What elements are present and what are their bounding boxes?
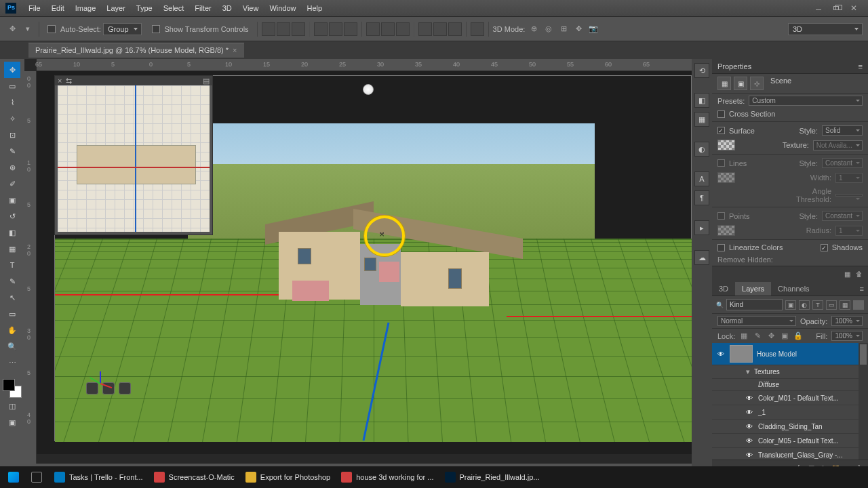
- filter-toggle[interactable]: [853, 300, 864, 310]
- auto-align[interactable]: [471, 22, 484, 36]
- 3d-axis-gizmo[interactable]: [94, 363, 121, 390]
- menu-window[interactable]: Window: [264, 2, 301, 14]
- clone-tool[interactable]: ▣: [4, 192, 20, 208]
- dist-left[interactable]: [418, 22, 432, 36]
- channels-tab[interactable]: Channels: [771, 282, 816, 296]
- menu-help[interactable]: Help: [302, 2, 328, 14]
- eraser-tool[interactable]: ◧: [4, 224, 20, 241]
- filter-type[interactable]: T: [812, 300, 823, 310]
- eyedropper-tool[interactable]: ✎: [4, 143, 20, 159]
- properties-menu[interactable]: ≡: [859, 62, 863, 70]
- prop-mesh-icon[interactable]: ▣: [734, 77, 747, 90]
- layer-color-m05-default-text-[interactable]: Color_M05 - Default Text...: [712, 434, 868, 448]
- dist-top[interactable]: [366, 22, 380, 36]
- layer-filter-kind[interactable]: Kind: [726, 299, 783, 310]
- edit-toolbar[interactable]: ⋯: [4, 354, 20, 371]
- menu-type[interactable]: Type: [131, 2, 158, 14]
- layers-tab[interactable]: Layers: [735, 282, 771, 296]
- dist-vcenter[interactable]: [381, 22, 395, 36]
- quick-mask[interactable]: ◫: [4, 398, 20, 414]
- surface-color-swatch[interactable]: [717, 140, 735, 150]
- magic-wand-tool[interactable]: ✧: [4, 110, 20, 127]
- render-icon[interactable]: ▦: [844, 270, 850, 278]
- prop-scene-icon[interactable]: ▦: [717, 77, 731, 90]
- secondary-view-menu[interactable]: ▤: [203, 77, 210, 85]
- lasso-tool[interactable]: ⌇: [4, 94, 20, 110]
- move-tool[interactable]: ✥: [4, 62, 20, 78]
- 3d-tab[interactable]: 3D: [712, 282, 735, 296]
- dist-right[interactable]: [448, 22, 462, 36]
- dist-bottom[interactable]: [396, 22, 410, 36]
- brush-tool[interactable]: ✐: [4, 176, 20, 192]
- filter-shape[interactable]: ▭: [826, 300, 837, 310]
- align-vcenter[interactable]: [329, 22, 342, 36]
- align-top[interactable]: [314, 22, 328, 36]
- layer-translucent-glass-gray-[interactable]: Translucent_Glass_Gray -...: [712, 448, 868, 460]
- lines-width[interactable]: 1: [835, 173, 863, 183]
- align-right[interactable]: [292, 22, 305, 36]
- ruler-horizontal[interactable]: 6510505101520253035404550556065: [37, 59, 692, 71]
- layer--1[interactable]: _1: [712, 405, 868, 420]
- visibility-toggle[interactable]: [745, 422, 754, 431]
- auto-select-target[interactable]: Group: [103, 23, 142, 35]
- workspace-switcher[interactable]: 3D: [788, 23, 863, 35]
- blend-mode[interactable]: Normal: [717, 316, 796, 326]
- 3d-pan-icon[interactable]: ⊞: [557, 22, 570, 36]
- lock-position[interactable]: ✥: [766, 331, 776, 341]
- color-swatches[interactable]: [3, 379, 22, 398]
- type-tool[interactable]: T: [4, 257, 20, 273]
- layer-diffuse[interactable]: Diffuse: [712, 379, 868, 391]
- hand-tool[interactable]: ✋: [4, 322, 20, 338]
- menu-file[interactable]: File: [23, 2, 46, 14]
- color-panel-icon[interactable]: ◧: [694, 93, 709, 108]
- task-view[interactable]: [26, 468, 47, 487]
- menu-edit[interactable]: Edit: [46, 2, 70, 14]
- secondary-view[interactable]: × ⇆ ▤: [54, 75, 213, 235]
- ruler-vertical[interactable]: 00510520530540: [24, 71, 37, 476]
- filter-adjust[interactable]: ◐: [799, 300, 810, 310]
- actions-panel-icon[interactable]: ▸: [694, 220, 709, 235]
- taskbar-screencast-o-matic[interactable]: Screencast-O-Matic: [149, 468, 240, 487]
- fill-value[interactable]: 100%: [831, 331, 863, 341]
- visibility-toggle[interactable]: [745, 393, 754, 403]
- canvas[interactable]: ⤧ × ⇆ ▤: [37, 71, 692, 454]
- menu-filter[interactable]: Filter: [189, 2, 216, 14]
- visibility-toggle[interactable]: [745, 436, 754, 445]
- lock-artboard[interactable]: ▣: [780, 331, 789, 341]
- taskbar-tasks-trello-front-[interactable]: Tasks | Trello - Front...: [49, 468, 149, 487]
- secondary-view-close[interactable]: ×: [58, 77, 62, 85]
- screen-mode[interactable]: ▣: [4, 414, 20, 430]
- window-minimize[interactable]: [810, 2, 827, 14]
- shadows-checkbox[interactable]: [821, 244, 828, 251]
- history-brush-tool[interactable]: ↺: [4, 208, 20, 224]
- pen-tool[interactable]: ✎: [4, 273, 20, 289]
- window-close[interactable]: ✕: [845, 2, 863, 14]
- secondary-view-swap[interactable]: ⇆: [66, 77, 72, 85]
- marquee-tool[interactable]: ▭: [4, 78, 20, 94]
- 3d-orbit-icon[interactable]: ⊕: [527, 22, 540, 36]
- align-bottom[interactable]: [344, 22, 357, 36]
- adjustments-panel-icon[interactable]: ◐: [694, 142, 709, 157]
- lock-image[interactable]: ✎: [753, 331, 762, 341]
- start-button[interactable]: [3, 468, 24, 487]
- filter-smart[interactable]: ▦: [840, 300, 850, 310]
- menu-layer[interactable]: Layer: [101, 2, 131, 14]
- menu-3d[interactable]: 3D: [217, 2, 237, 14]
- zoom-tool[interactable]: 🔍: [4, 338, 20, 354]
- lines-checkbox[interactable]: [717, 159, 725, 167]
- lock-transparency[interactable]: ▦: [739, 331, 749, 341]
- crop-tool[interactable]: ⊡: [4, 127, 20, 143]
- layer-color-m01-default-text-[interactable]: Color_M01 - Default Text...: [712, 391, 868, 405]
- lines-color-swatch[interactable]: [717, 172, 735, 183]
- points-color-swatch[interactable]: [717, 225, 735, 236]
- menu-select[interactable]: Select: [158, 2, 190, 14]
- history-panel-icon[interactable]: ⟲: [694, 63, 709, 78]
- gradient-tool[interactable]: ▦: [4, 241, 20, 257]
- libraries-panel-icon[interactable]: ☁: [694, 250, 709, 265]
- points-checkbox[interactable]: [717, 212, 725, 220]
- shape-tool[interactable]: ▭: [4, 306, 20, 322]
- cross-section-checkbox[interactable]: [717, 110, 725, 118]
- surface-checkbox[interactable]: [717, 127, 725, 134]
- show-transform-checkbox[interactable]: [152, 25, 160, 33]
- visibility-toggle[interactable]: [745, 407, 754, 417]
